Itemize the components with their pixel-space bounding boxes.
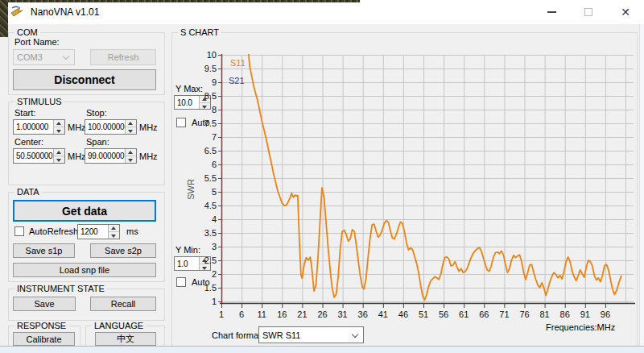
desktop-grain-corner	[0, 0, 8, 37]
window-bottom-edge	[0, 346, 644, 353]
center-spinner-buttons[interactable]	[53, 149, 64, 163]
center-frequency-value[interactable]: 50.500000	[14, 149, 53, 163]
save-s1p-button[interactable]: Save s1p	[13, 243, 75, 258]
center-label: Center:	[14, 137, 43, 147]
minimize-button[interactable]	[533, 0, 570, 24]
spin-up-icon[interactable]	[126, 120, 136, 127]
start-label: Start:	[14, 108, 35, 118]
svg-text:2.5: 2.5	[204, 255, 217, 265]
instrument-recall-button[interactable]: Recall	[90, 297, 156, 311]
svg-text:5: 5	[212, 187, 217, 197]
span-label: Span:	[86, 137, 109, 147]
app-icon	[10, 5, 24, 19]
port-name-label: Port Name:	[14, 37, 60, 47]
minimize-icon	[547, 11, 556, 13]
maximize-icon	[584, 8, 592, 16]
svg-text:4.5: 4.5	[204, 201, 217, 210]
svg-text:56: 56	[439, 309, 448, 319]
center-frequency-input[interactable]: 50.500000	[13, 148, 65, 164]
svg-text:51: 51	[419, 309, 428, 319]
close-button[interactable]: ✕	[607, 0, 644, 24]
svg-text:76: 76	[519, 309, 529, 319]
close-icon: ✕	[621, 6, 630, 18]
svg-text:21: 21	[297, 309, 307, 319]
stop-unit-label: MHz	[139, 123, 158, 132]
instrument-state-group-label: INSTRUMENT STATE	[14, 284, 107, 293]
start-frequency-input[interactable]: 1.000000	[13, 119, 65, 135]
x-axis-title: Frequencies:MHz	[546, 322, 615, 332]
get-data-button[interactable]: Get data	[13, 200, 156, 222]
svg-text:71: 71	[499, 309, 509, 319]
svg-text:6.5: 6.5	[204, 146, 217, 156]
svg-text:9: 9	[212, 77, 217, 87]
svg-text:41: 41	[378, 309, 388, 319]
spin-up-icon[interactable]	[109, 225, 119, 232]
language-group-label: LANGUAGE	[92, 321, 146, 330]
spin-down-icon[interactable]	[109, 232, 119, 239]
spin-down-icon[interactable]	[54, 127, 64, 134]
response-group-label: RESPONSE	[14, 321, 68, 330]
chevron-down-icon	[63, 53, 69, 60]
stimulus-group-label: STIMULUS	[14, 97, 64, 106]
center-unit-label: MHz	[68, 152, 86, 161]
svg-text:3.5: 3.5	[204, 228, 217, 238]
chart-format-select[interactable]: SWR S11	[258, 326, 364, 343]
refresh-interval-value[interactable]: 1200	[78, 225, 108, 239]
spin-up-icon[interactable]	[54, 120, 64, 127]
load-snp-file-button[interactable]: Load snp file	[13, 263, 156, 277]
svg-text:S11: S11	[230, 58, 246, 68]
spin-up-icon[interactable]	[54, 149, 64, 156]
span-unit-label: MHz	[139, 152, 158, 161]
window-right-edge	[639, 24, 644, 347]
svg-text:1: 1	[219, 309, 224, 319]
desktop-grain-top	[0, 0, 360, 2]
chart-format-value: SWR S11	[259, 330, 300, 340]
language-chinese-button[interactable]: 中文	[95, 332, 156, 346]
save-s2p-button[interactable]: Save s2p	[90, 243, 156, 258]
interval-spinner-buttons[interactable]	[108, 225, 119, 239]
window-title: NanoVNA v1.01	[31, 6, 99, 18]
svg-text:4: 4	[212, 214, 217, 224]
span-frequency-input[interactable]: 99.000000	[85, 148, 137, 164]
chart-format-label: Chart format:	[212, 330, 263, 340]
svg-text:6: 6	[239, 309, 244, 319]
svg-text:3: 3	[212, 242, 217, 251]
calibrate-button[interactable]: Calibrate	[13, 332, 75, 346]
refresh-interval-input[interactable]: 1200	[77, 224, 120, 239]
stop-label: Stop:	[86, 108, 107, 118]
port-select[interactable]: COM3	[13, 49, 75, 65]
svg-text:7.5: 7.5	[204, 118, 217, 128]
refresh-button[interactable]: Refresh	[90, 49, 156, 65]
svg-text:6: 6	[212, 160, 217, 169]
svg-text:S21: S21	[229, 76, 245, 85]
svg-text:46: 46	[398, 309, 408, 319]
svg-text:36: 36	[358, 309, 368, 319]
data-group-label: DATA	[14, 187, 42, 197]
svg-text:2: 2	[212, 269, 217, 279]
start-spinner-buttons[interactable]	[53, 120, 64, 134]
svg-text:8.5: 8.5	[204, 91, 217, 101]
svg-text:81: 81	[539, 309, 549, 319]
svg-text:86: 86	[560, 309, 570, 319]
spin-down-icon[interactable]	[126, 156, 136, 163]
svg-text:66: 66	[479, 309, 489, 319]
svg-text:26: 26	[317, 309, 327, 319]
disconnect-button[interactable]: Disconnect	[13, 69, 156, 90]
spin-down-icon[interactable]	[126, 127, 136, 134]
span-frequency-value[interactable]: 99.000000	[85, 149, 125, 163]
instrument-save-button[interactable]: Save	[13, 297, 76, 311]
stop-frequency-value[interactable]: 100.000000	[85, 120, 125, 134]
autorefresh-checkbox[interactable]	[14, 226, 24, 236]
stop-frequency-input[interactable]: 100.000000	[85, 119, 137, 135]
interval-unit-label: ms	[126, 226, 138, 236]
spin-down-icon[interactable]	[54, 156, 64, 163]
spin-up-icon[interactable]	[126, 149, 136, 156]
svg-text:1: 1	[212, 297, 217, 306]
start-frequency-value[interactable]: 1.000000	[14, 120, 53, 134]
span-spinner-buttons[interactable]	[125, 149, 136, 163]
svg-text:61: 61	[459, 309, 469, 319]
maximize-button[interactable]	[570, 0, 607, 24]
svg-text:5.5: 5.5	[204, 173, 217, 183]
svg-text:1.5: 1.5	[204, 283, 217, 293]
stop-spinner-buttons[interactable]	[125, 120, 136, 134]
